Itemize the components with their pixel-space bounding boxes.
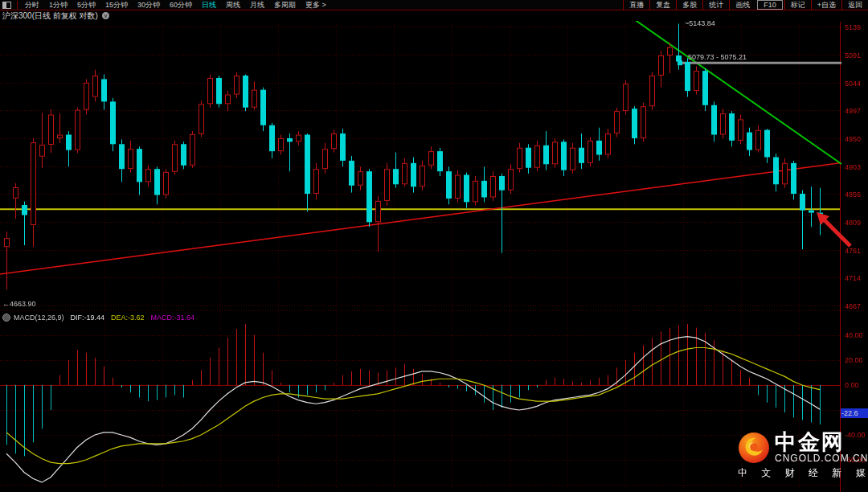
period-tab-7[interactable]: 周线 [221, 0, 245, 10]
period-tab-5[interactable]: 60分钟 [165, 0, 197, 10]
toolbar-button-6[interactable]: 标记 [784, 0, 811, 10]
divider [17, 1, 18, 9]
chevron-down-circle-icon[interactable]: v [102, 12, 109, 19]
period-tab-10[interactable]: 更多 > [301, 0, 331, 10]
logo-name: 中金网 [775, 431, 845, 453]
period-tabs: 分时1分钟5分钟15分钟30分钟60分钟日线周线月线多周期更多 > [20, 0, 331, 10]
toolbar-buttons: 直播复盘多股统计画线F10标记+自选返回 [623, 0, 868, 10]
period-tab-0[interactable]: 分时 [20, 0, 44, 10]
toolbar-button-4[interactable]: 画线 [729, 0, 755, 10]
toolbar-button-0[interactable]: 直播 [623, 0, 649, 10]
macd-axis-value-badge: -22.6 [841, 408, 868, 418]
period-tab-8[interactable]: 月线 [245, 0, 269, 10]
period-tab-4[interactable]: 30分钟 [133, 0, 165, 10]
toolbar-button-1[interactable]: 复盘 [649, 0, 676, 10]
macd-value-label: MACD:-31.64 [151, 314, 195, 322]
toolbar-button-7[interactable]: +自选 [811, 0, 841, 10]
toolbar-button-5[interactable]: F10 [757, 0, 783, 10]
toolbar-button-8[interactable]: 返回 [841, 0, 868, 10]
period-tab-1[interactable]: 1分钟 [44, 0, 72, 10]
price-macd-chart-canvas[interactable] [0, 21, 868, 492]
logo-tagline: 中 文 财 经 新 媒 体 [738, 466, 866, 480]
logo-domain: CNGOLD.COM.CN [775, 453, 868, 464]
layout-icon[interactable] [2, 2, 11, 9]
period-tab-9[interactable]: 多周期 [269, 0, 301, 10]
cngold-logo: 中金网 CNGOLD.COM.CN 中 文 财 经 新 媒 体 [738, 431, 866, 480]
top-menubar: 分时1分钟5分钟15分钟30分钟60分钟日线周线月线多周期更多 > 直播复盘多股… [0, 0, 868, 10]
period-tab-6[interactable]: 日线 [197, 0, 221, 10]
instrument-title: 沪深300(日线 前复权 对数) [2, 10, 98, 22]
macd-params-label: MACD(12,26,9) [14, 314, 64, 322]
toolbar-button-2[interactable]: 多股 [676, 0, 702, 10]
cngold-swirl-icon [738, 432, 770, 464]
dif-value-label: DIF:-19.44 [71, 314, 105, 322]
toolbar-button-3[interactable]: 统计 [702, 0, 729, 10]
macd-indicator-row: MACD(12,26,9) DIF:-19.44 DEA:-3.62 MACD:… [2, 313, 194, 322]
chart-titlebar: 沪深300(日线 前复权 对数) v [2, 10, 109, 21]
period-tab-3[interactable]: 15分钟 [100, 0, 133, 10]
period-tab-2[interactable]: 5分钟 [72, 0, 100, 10]
indicator-toggle-icon[interactable] [2, 314, 10, 322]
dea-value-label: DEA:-3.62 [111, 314, 145, 322]
